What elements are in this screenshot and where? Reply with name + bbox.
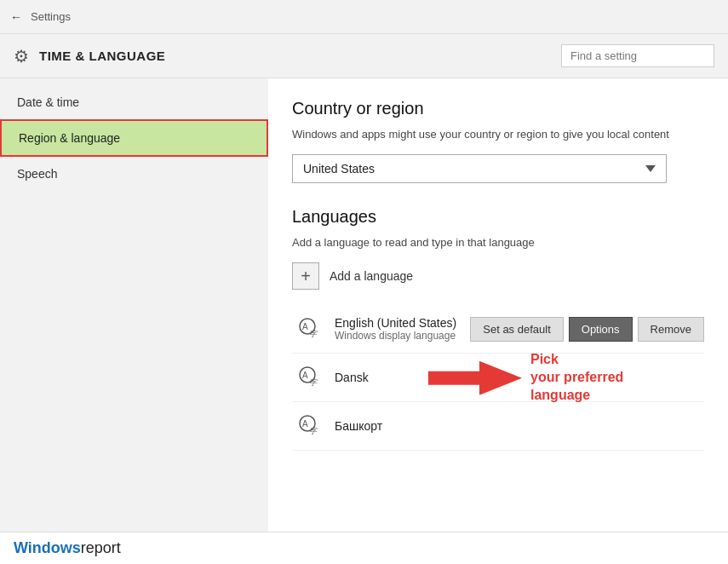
remove-button[interactable]: Remove bbox=[638, 317, 704, 342]
header-bar: ⚙ TIME & LANGUAGE bbox=[0, 34, 728, 78]
search-input[interactable] bbox=[561, 44, 714, 67]
english-lang-sub: Windows display language bbox=[335, 330, 458, 342]
sidebar-item-date-time[interactable]: Date & time bbox=[0, 85, 268, 119]
windows-report-report: report bbox=[81, 539, 121, 557]
svg-text:字: 字 bbox=[309, 378, 318, 387]
settings-icon: ⚙ bbox=[14, 46, 29, 66]
title-bar: ← Settings bbox=[0, 0, 728, 34]
title-bar-text: Settings bbox=[31, 10, 71, 23]
options-button[interactable]: Options bbox=[569, 317, 633, 342]
country-section-title: Country or region bbox=[292, 99, 704, 118]
svg-text:A: A bbox=[302, 419, 308, 429]
english-lang-info: English (United States) Windows display … bbox=[335, 316, 458, 342]
svg-text:字: 字 bbox=[309, 427, 318, 435]
svg-text:A: A bbox=[302, 322, 308, 331]
languages-section: Languages Add a language to read and typ… bbox=[292, 207, 704, 451]
languages-title: Languages bbox=[292, 207, 704, 227]
svg-marker-6 bbox=[428, 360, 522, 394]
bashkort-lang-name: Башкорт bbox=[335, 419, 704, 433]
content-area: Country or region Windows and apps might… bbox=[268, 78, 728, 532]
bottom-bar: Windows report bbox=[0, 532, 728, 564]
dansk-lang-icon: A 字 bbox=[292, 362, 323, 393]
windows-report-windows: Windows bbox=[14, 539, 81, 557]
languages-desc: Add a language to read and type in that … bbox=[292, 235, 704, 250]
annotation-group: Pick your preferred language bbox=[428, 351, 623, 404]
windows-report-logo: Windows report bbox=[14, 539, 121, 557]
page-title: TIME & LANGUAGE bbox=[39, 49, 551, 63]
add-language-button[interactable]: + bbox=[292, 262, 319, 290]
sidebar-item-speech[interactable]: Speech bbox=[0, 157, 268, 191]
language-item-bashkort: A 字 Башкорт bbox=[292, 402, 704, 451]
sidebar-item-region-language[interactable]: Region & language bbox=[0, 119, 268, 157]
english-lang-name: English (United States) bbox=[335, 316, 458, 330]
country-select[interactable]: United States United Kingdom Canada Aust… bbox=[292, 154, 667, 183]
svg-text:A: A bbox=[302, 371, 308, 380]
back-button[interactable]: ← bbox=[10, 10, 22, 24]
country-section: Country or region Windows and apps might… bbox=[292, 99, 704, 183]
svg-text:字: 字 bbox=[309, 330, 318, 338]
english-lang-buttons: Set as default Options Remove bbox=[470, 317, 704, 342]
bashkort-lang-info: Башкорт bbox=[335, 419, 704, 433]
language-item-english: A 字 English (United States) Windows disp… bbox=[292, 305, 704, 354]
add-language-label: Add a language bbox=[330, 269, 413, 283]
add-language-row[interactable]: + Add a language bbox=[292, 262, 704, 290]
english-lang-icon: A 字 bbox=[292, 314, 323, 344]
set-as-default-button[interactable]: Set as default bbox=[470, 317, 564, 342]
language-item-dansk: A 字 Dansk Pick your preferred language bbox=[292, 354, 704, 402]
annotation-text: Pick your preferred language bbox=[530, 351, 623, 404]
country-section-desc: Windows and apps might use your country … bbox=[292, 127, 704, 142]
red-arrow-icon bbox=[428, 360, 522, 394]
sidebar: Date & time Region & language Speech bbox=[0, 78, 268, 532]
main-layout: Date & time Region & language Speech Cou… bbox=[0, 78, 728, 532]
bashkort-lang-icon: A 字 bbox=[292, 411, 323, 441]
